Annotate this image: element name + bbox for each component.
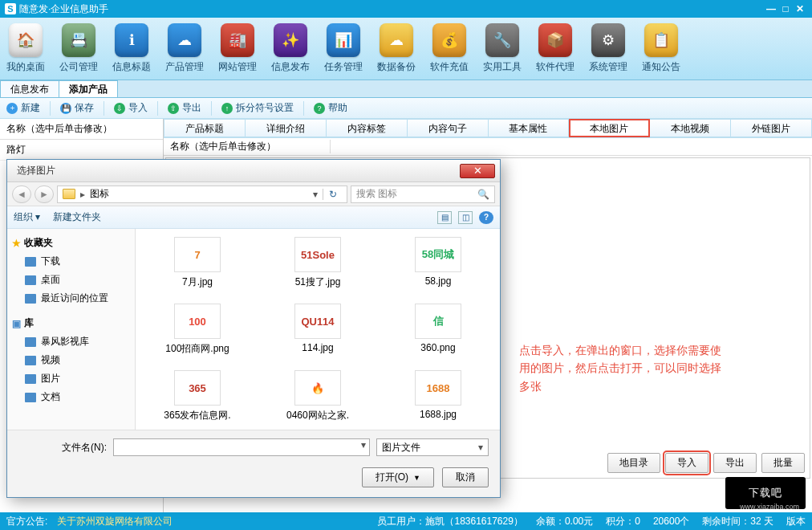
dialog-help-button[interactable]: ? bbox=[479, 211, 493, 224]
path-box[interactable]: ▸ 图标 ▾ ↻ bbox=[57, 186, 347, 203]
lib-item-1[interactable]: 视频 bbox=[10, 351, 132, 369]
app-title: 随意发·企业信息助手 bbox=[19, 2, 108, 16]
fav-item-0[interactable]: 下载 bbox=[10, 252, 132, 271]
doc-tab-1[interactable]: 添加产品 bbox=[59, 80, 118, 97]
toolbar-item-1[interactable]: 📇公司管理 bbox=[59, 23, 98, 74]
import-button[interactable]: ⇩导入 bbox=[114, 101, 148, 115]
left-row-item[interactable]: 路灯 bbox=[0, 140, 163, 161]
lib-item-0[interactable]: 暴风影视库 bbox=[10, 332, 132, 351]
file-thumbnail: 🔥 bbox=[294, 370, 341, 406]
titlebar: S 随意发·企业信息助手 — □ ✕ bbox=[0, 0, 812, 18]
file-name: 365发布信息网. bbox=[164, 409, 230, 422]
filetype-select[interactable]: 图片文件▾ bbox=[376, 438, 489, 456]
dialog-footer: 文件名(N): ▾ 图片文件▾ 打开(O)▼ 取消 bbox=[7, 430, 500, 497]
left-header: 名称（选中后单击修改） bbox=[0, 119, 163, 140]
bottom-button-3[interactable]: 批量 bbox=[761, 453, 805, 473]
split-settings-button[interactable]: ↑拆分符号设置 bbox=[221, 101, 294, 115]
bottom-button-2[interactable]: 导出 bbox=[713, 453, 757, 473]
doc-tab-0[interactable]: 信息发布 bbox=[0, 80, 59, 97]
file-name: 7月.jpg bbox=[182, 275, 213, 289]
bottom-button-1[interactable]: 导入 bbox=[665, 453, 708, 473]
toolbar-icon: 📇 bbox=[62, 23, 95, 57]
save-button[interactable]: 💾保存 bbox=[60, 101, 94, 115]
help-button[interactable]: ?帮助 bbox=[314, 101, 347, 115]
toolbar-item-10[interactable]: 📦软件代理 bbox=[536, 23, 574, 74]
search-box[interactable]: 搜索 图标 🔍 bbox=[351, 186, 495, 203]
refresh-button[interactable]: ↻ bbox=[323, 189, 342, 200]
col-tab-0[interactable]: 产品标题 bbox=[164, 119, 246, 137]
col-tab-4[interactable]: 基本属性 bbox=[489, 119, 570, 137]
export-button[interactable]: ⇧导出 bbox=[168, 101, 201, 115]
col-tab-1[interactable]: 详细介绍 bbox=[246, 119, 327, 137]
dialog-title: 选择图片 bbox=[12, 164, 460, 177]
notice-link[interactable]: 关于苏州双旋网络有限公司 bbox=[57, 515, 173, 528]
view-mode-button[interactable]: ▤ bbox=[437, 211, 452, 224]
toolbar-item-7[interactable]: ☁数据备份 bbox=[377, 23, 416, 74]
maximize-button[interactable]: □ bbox=[778, 3, 793, 14]
dialog-cancel-button[interactable]: 取消 bbox=[442, 467, 489, 487]
dialog-open-button[interactable]: 打开(O)▼ bbox=[362, 467, 434, 487]
file-item-7[interactable]: 🔥0460网站之家. bbox=[269, 370, 367, 422]
file-item-2[interactable]: 58同城58.jpg bbox=[389, 237, 487, 289]
toolbar-label: 信息标题 bbox=[112, 60, 151, 74]
file-thumbnail: 365 bbox=[174, 370, 221, 406]
toolbar-item-12[interactable]: 📋通知公告 bbox=[642, 23, 680, 74]
lib-item-3[interactable]: 文档 bbox=[10, 388, 132, 406]
file-dialog: 选择图片 ✕ ◄ ► ▸ 图标 ▾ ↻ 搜索 图标 🔍 组织 ▾ 新建文件夹 ▤… bbox=[6, 159, 501, 498]
col-tab-2[interactable]: 内容标签 bbox=[327, 119, 408, 137]
sidebar-library-header[interactable]: 库 bbox=[10, 314, 132, 332]
toolbar-item-4[interactable]: 🏭网站管理 bbox=[218, 23, 257, 74]
toolbar-item-0[interactable]: 🏠我的桌面 bbox=[6, 23, 45, 74]
new-folder-button[interactable]: 新建文件夹 bbox=[53, 210, 101, 224]
file-item-3[interactable]: 100100招商网.png bbox=[148, 304, 246, 356]
minimize-button[interactable]: — bbox=[764, 3, 778, 14]
toolbar-icon: 🏭 bbox=[221, 23, 254, 57]
toolbar-item-5[interactable]: ✨信息发布 bbox=[271, 23, 310, 74]
file-name: 51搜了.jpg bbox=[295, 275, 341, 289]
file-item-0[interactable]: 77月.jpg bbox=[148, 237, 246, 289]
col-tab-6[interactable]: 本地视频 bbox=[650, 119, 731, 137]
toolbar-label: 网站管理 bbox=[218, 60, 257, 74]
folder-icon bbox=[25, 374, 36, 384]
nav-back-button[interactable]: ◄ bbox=[12, 186, 31, 203]
col-tab-5[interactable]: 本地图片 bbox=[569, 119, 650, 137]
file-item-5[interactable]: 信360.png bbox=[389, 304, 487, 356]
col-tab-3[interactable]: 内容句子 bbox=[408, 119, 489, 137]
toolbar-label: 软件充值 bbox=[430, 60, 469, 74]
new-button[interactable]: ＋新建 bbox=[6, 101, 40, 115]
toolbar-item-11[interactable]: ⚙系统管理 bbox=[589, 23, 627, 74]
bottom-button-0[interactable]: 地目录 bbox=[607, 453, 660, 473]
dialog-sidebar: 收藏夹 下载桌面最近访问的位置 库 暴风影视库视频图片文档 bbox=[7, 229, 136, 430]
status-points: 积分：0 bbox=[606, 515, 640, 528]
nav-forward-button[interactable]: ► bbox=[35, 186, 54, 203]
fav-item-1[interactable]: 桌面 bbox=[10, 271, 132, 289]
file-item-1[interactable]: 51Sole51搜了.jpg bbox=[269, 237, 367, 289]
dialog-close-button[interactable]: ✕ bbox=[460, 164, 495, 178]
search-icon: 🔍 bbox=[477, 189, 489, 200]
preview-pane-button[interactable]: ◫ bbox=[458, 211, 473, 224]
toolbar-icon: 📦 bbox=[538, 23, 572, 57]
toolbar-icon: ☁ bbox=[380, 23, 413, 57]
fav-item-2[interactable]: 最近访问的位置 bbox=[10, 289, 132, 308]
file-thumbnail: QU114 bbox=[294, 304, 341, 339]
toolbar-item-6[interactable]: 📊任务管理 bbox=[324, 23, 363, 74]
col-tab-7[interactable]: 外链图片 bbox=[731, 119, 812, 137]
file-item-6[interactable]: 365365发布信息网. bbox=[148, 370, 246, 422]
lib-item-2[interactable]: 图片 bbox=[10, 369, 132, 388]
toolbar-item-2[interactable]: ℹ信息标题 bbox=[112, 23, 151, 74]
toolbar-item-3[interactable]: ☁产品管理 bbox=[165, 23, 204, 74]
status-invites: 20600个 bbox=[653, 515, 689, 528]
search-placeholder: 搜索 图标 bbox=[356, 187, 397, 201]
close-button[interactable]: ✕ bbox=[793, 3, 807, 14]
file-thumbnail: 1688 bbox=[415, 370, 461, 406]
toolbar-icon: 📊 bbox=[327, 23, 360, 57]
sidebar-favorites-header[interactable]: 收藏夹 bbox=[10, 234, 132, 252]
file-item-8[interactable]: 16881688.jpg bbox=[389, 370, 487, 422]
filename-input[interactable]: ▾ bbox=[113, 438, 370, 456]
sub-header-row: 名称（选中后单击修改） bbox=[164, 138, 812, 156]
app-logo: S bbox=[5, 3, 16, 14]
file-item-4[interactable]: QU114114.jpg bbox=[269, 304, 367, 356]
toolbar-item-9[interactable]: 🔧实用工具 bbox=[483, 23, 522, 74]
organize-button[interactable]: 组织 ▾ bbox=[14, 210, 40, 224]
toolbar-item-8[interactable]: 💰软件充值 bbox=[430, 23, 469, 74]
